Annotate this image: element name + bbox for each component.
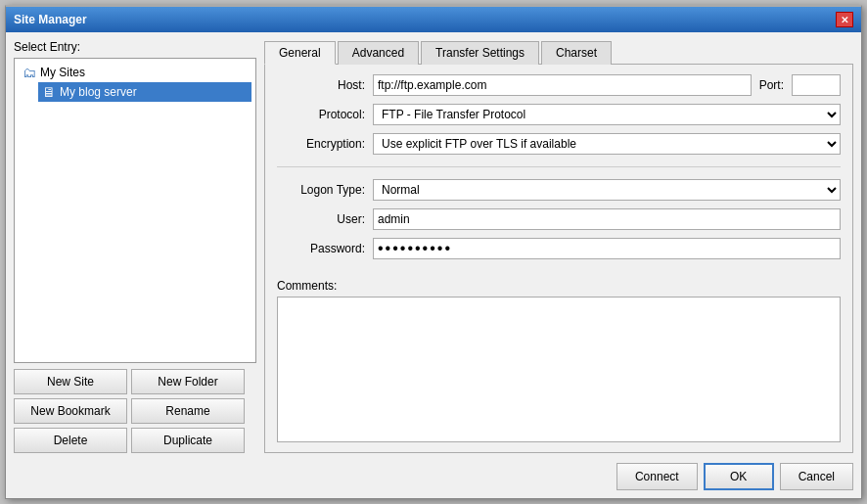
password-label: Password: bbox=[277, 242, 365, 255]
tabs: General Advanced Transfer Settings Chars… bbox=[264, 40, 853, 65]
logon-type-label: Logon Type: bbox=[277, 183, 365, 197]
user-input[interactable] bbox=[373, 208, 841, 230]
user-label: User: bbox=[277, 212, 365, 226]
close-button[interactable]: ✕ bbox=[836, 12, 853, 27]
encryption-row: Encryption: Use explicit FTP over TLS if… bbox=[277, 133, 841, 155]
left-panel: Select Entry: 🗂 My Sites 🖥 My blog serve… bbox=[14, 40, 256, 453]
new-site-button[interactable]: New Site bbox=[14, 369, 127, 394]
port-label: Port: bbox=[759, 78, 784, 92]
user-row: User: bbox=[277, 208, 841, 230]
right-panel: General Advanced Transfer Settings Chars… bbox=[264, 40, 853, 453]
comments-textarea[interactable] bbox=[277, 297, 841, 442]
tree-item-label: My Sites bbox=[40, 66, 85, 79]
bottom-buttons: Connect OK Cancel bbox=[14, 459, 853, 490]
comments-section: Comments: bbox=[277, 279, 841, 442]
tab-transfer-settings[interactable]: Transfer Settings bbox=[421, 41, 539, 65]
tree-children: 🖥 My blog server bbox=[38, 82, 251, 102]
delete-button[interactable]: Delete bbox=[14, 428, 127, 453]
protocol-select[interactable]: FTP - File Transfer Protocol SFTP - SSH … bbox=[373, 104, 841, 125]
title-bar-buttons: ✕ bbox=[836, 12, 853, 27]
logon-type-select-wrapper: Anonymous Normal Ask for password Intera… bbox=[373, 179, 841, 201]
left-buttons: New Site New Folder New Bookmark Rename … bbox=[14, 369, 256, 453]
ok-button[interactable]: OK bbox=[704, 463, 774, 490]
tree-item-my-blog-server[interactable]: 🖥 My blog server bbox=[38, 82, 251, 102]
encryption-select[interactable]: Use explicit FTP over TLS if available R… bbox=[373, 133, 841, 155]
connect-button[interactable]: Connect bbox=[616, 463, 698, 490]
tree-item-label: My blog server bbox=[60, 85, 137, 99]
logon-type-row: Logon Type: Anonymous Normal Ask for pas… bbox=[277, 179, 841, 201]
site-manager-window: Site Manager ✕ Select Entry: 🗂 My Sites … bbox=[5, 5, 862, 499]
encryption-select-wrapper: Use explicit FTP over TLS if available R… bbox=[373, 133, 841, 155]
tree-item-my-sites[interactable]: 🗂 My Sites bbox=[19, 63, 251, 82]
new-folder-button[interactable]: New Folder bbox=[131, 369, 245, 394]
folder-icon: 🗂 bbox=[23, 65, 36, 80]
tab-content-general: Host: Port: Protocol: FTP - File Transfe… bbox=[264, 65, 853, 453]
protocol-row: Protocol: FTP - File Transfer Protocol S… bbox=[277, 104, 841, 125]
tab-charset[interactable]: Charset bbox=[541, 41, 612, 65]
duplicate-button[interactable]: Duplicate bbox=[131, 428, 245, 453]
server-icon: 🖥 bbox=[42, 84, 56, 100]
host-row: Host: Port: bbox=[277, 74, 841, 96]
tab-general[interactable]: General bbox=[264, 41, 336, 65]
host-input[interactable] bbox=[373, 74, 752, 96]
host-label: Host: bbox=[277, 78, 365, 92]
password-input[interactable] bbox=[373, 238, 841, 259]
logon-type-select[interactable]: Anonymous Normal Ask for password Intera… bbox=[373, 179, 841, 201]
window-content: Select Entry: 🗂 My Sites 🖥 My blog serve… bbox=[6, 32, 861, 498]
new-bookmark-button[interactable]: New Bookmark bbox=[14, 398, 127, 424]
port-input[interactable] bbox=[792, 74, 841, 96]
divider-1 bbox=[277, 166, 841, 167]
main-area: Select Entry: 🗂 My Sites 🖥 My blog serve… bbox=[14, 40, 853, 453]
tab-advanced[interactable]: Advanced bbox=[338, 41, 419, 65]
rename-button[interactable]: Rename bbox=[131, 398, 245, 424]
tree-view: 🗂 My Sites 🖥 My blog server bbox=[14, 58, 256, 363]
cancel-button[interactable]: Cancel bbox=[780, 463, 853, 490]
select-entry-label: Select Entry: bbox=[14, 40, 256, 54]
password-row: Password: bbox=[277, 238, 841, 259]
protocol-label: Protocol: bbox=[277, 108, 365, 121]
encryption-label: Encryption: bbox=[277, 137, 365, 151]
title-bar: Site Manager ✕ bbox=[6, 7, 861, 32]
comments-label: Comments: bbox=[277, 279, 841, 293]
protocol-select-wrapper: FTP - File Transfer Protocol SFTP - SSH … bbox=[373, 104, 841, 125]
window-title: Site Manager bbox=[14, 13, 87, 26]
